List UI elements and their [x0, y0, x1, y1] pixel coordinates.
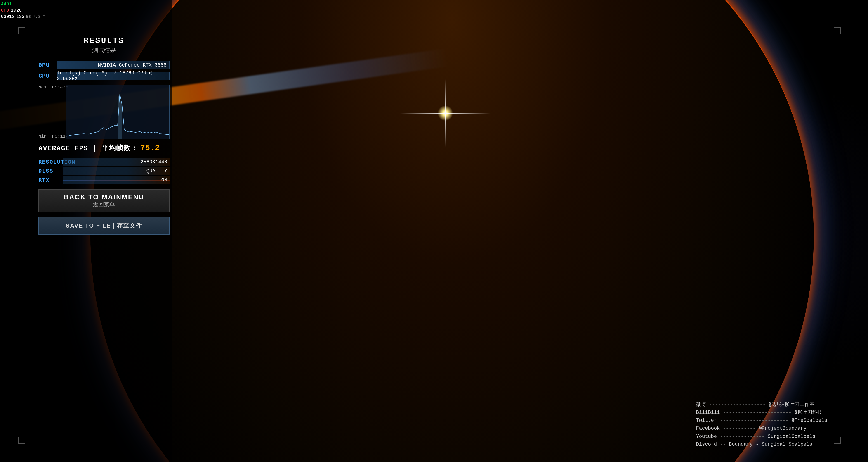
ch-h-tr [834, 27, 841, 28]
rtx-label: RTX [38, 177, 63, 183]
resolution-row: RESOLUTION 2560X1440 [38, 158, 169, 166]
ch-v-tl [18, 27, 19, 34]
planet-arc [90, 0, 814, 462]
discord-line: Discord -- Boundary - Surgical Scalpels [696, 440, 827, 449]
ch-h-br [834, 443, 841, 444]
graph-max-label: Max FPS:435 [38, 85, 68, 90]
stat-cpu-unit: ms [26, 14, 31, 20]
resolution-bar: 2560X1440 [63, 158, 169, 166]
ch-h-bl [18, 443, 25, 444]
youtube-line: Youtube --------------- SurgicalScalpels [696, 433, 827, 440]
stat-cpu-temp: 7.3 ° [33, 14, 45, 20]
results-title: RESULTS [38, 36, 169, 46]
weibo-handle: @边境-柳叶刀工作室 [769, 402, 814, 407]
gpu-value: NVIDIA GeForce RTX 3888 [98, 62, 166, 68]
discord-dots: -- [717, 442, 729, 447]
results-subtitle: 测试结果 [38, 47, 169, 54]
gpu-bar: NVIDIA GeForce RTX 3888 [57, 61, 169, 69]
back-to-mainmenu-button[interactable]: BACK TO MAINMENU 返回菜单 [38, 190, 169, 212]
results-container: RESULTS 测试结果 GPU NVIDIA GeForce RTX 3888… [38, 36, 169, 235]
cpu-label: CPU [38, 73, 57, 79]
resolution-label: RESOLUTION [38, 159, 63, 165]
star-spike-vertical [445, 79, 446, 147]
graph-min-label: Min FPS:11 [38, 134, 66, 139]
fps-graph-svg [66, 85, 169, 139]
resolution-value: 2560X1440 [141, 159, 167, 165]
rtx-bar-accent [63, 180, 169, 180]
stat-gpu-value: 1928 [11, 7, 22, 13]
facebook-line: Facebook ----------- @ProjectBoundary [696, 425, 827, 432]
weibo-label: 微博 [696, 402, 706, 407]
twitter-label: Twitter [696, 418, 717, 423]
avg-fps-row: AVERAGE FPS | 平均帧数： 75.2 [38, 143, 169, 153]
crosshair-top-right [830, 27, 841, 38]
gpu-label: GPU [38, 62, 57, 68]
facebook-handle: @ProjectBoundary [758, 426, 806, 431]
crosshair-bottom-right [830, 433, 841, 444]
discord-label: Discord [696, 442, 717, 447]
ch-v-bl [18, 437, 19, 444]
dlss-bar: QUALITY [63, 167, 169, 175]
cpu-bar: Intel(R) Core(TM) i7-16769 CPU @ 2.99GHz [57, 72, 169, 80]
star-flare [443, 111, 447, 115]
weibo-line: 微博 ------------------- @边境-柳叶刀工作室 [696, 401, 827, 409]
stat-cpu-label: 03012 [1, 13, 14, 20]
bilibili-label: BiliBili [696, 410, 720, 415]
graph-labels: Max FPS:435 Min FPS:11 [38, 85, 169, 139]
crosshair-top-left [18, 27, 27, 36]
youtube-handle: SurgicalScalpels [768, 434, 815, 439]
youtube-dots: --------------- [717, 434, 768, 439]
twitter-line: Twitter ----------------------- @TheScal… [696, 416, 827, 425]
stat-fps-label: 4491 [1, 1, 12, 7]
social-links: 微博 ------------------- @边境-柳叶刀工作室 BiliBi… [696, 401, 827, 449]
stat-row-cpu: 03012 133 ms 7.3 ° [1, 13, 45, 20]
cpu-row: CPU Intel(R) Core(TM) i7-16769 CPU @ 2.9… [38, 72, 169, 80]
stat-row-1: 4491 [1, 1, 45, 7]
crosshair-bottom-left [18, 435, 27, 444]
twitter-dots: ----------------------- [717, 418, 792, 423]
bilibili-handle: @柳叶刀科技 [795, 410, 822, 415]
avg-fps-value: 75.2 [140, 143, 160, 153]
rtx-bar: ON [63, 176, 169, 184]
save-button-label: SAVE TO FILE | 存至文件 [66, 222, 142, 230]
stat-gpu-label: GPU [1, 7, 9, 13]
settings-section: RESOLUTION 2560X1440 DLSS QUALITY RTX ON [38, 158, 169, 184]
gpu-row: GPU NVIDIA GeForce RTX 3888 [38, 61, 169, 69]
bilibili-dots: ----------------------- [720, 410, 795, 415]
avg-fps-label: AVERAGE FPS | 平均帧数： [38, 143, 138, 153]
rtx-value: ON [161, 177, 167, 183]
weibo-dots: ------------------- [706, 402, 769, 407]
facebook-label: Facebook [696, 426, 720, 431]
rtx-row: RTX ON [38, 176, 169, 184]
youtube-label: Youtube [696, 434, 717, 439]
save-to-file-button[interactable]: SAVE TO FILE | 存至文件 [38, 216, 169, 235]
top-stats: 4491 GPU 1928 03012 133 ms 7.3 ° [1, 1, 45, 20]
graph-canvas [66, 85, 169, 139]
facebook-dots: ----------- [720, 426, 759, 431]
cpu-value: Intel(R) Core(TM) i7-16769 CPU @ 2.99GHz [57, 70, 166, 82]
back-button-main-label: BACK TO MAINMENU [64, 193, 144, 201]
dlss-row: DLSS QUALITY [38, 167, 169, 175]
dlss-value: QUALITY [147, 168, 167, 174]
back-button-sub-label: 返回菜单 [93, 201, 115, 208]
bilibili-line: BiliBili ----------------------- @柳叶刀科技 [696, 409, 827, 416]
fps-graph-section: Max FPS:435 Min FPS:11 [38, 85, 169, 139]
ch-h-tl [18, 27, 25, 28]
ch-v-tr [840, 27, 841, 34]
stat-cpu-value: 133 [16, 13, 24, 20]
twitter-handle: @TheScalpels [792, 418, 827, 423]
ch-v-br [840, 437, 841, 444]
discord-handle: Boundary - Surgical Scalpels [729, 442, 812, 447]
stat-row-gpu: GPU 1928 [1, 7, 45, 13]
dlss-label: DLSS [38, 168, 63, 174]
